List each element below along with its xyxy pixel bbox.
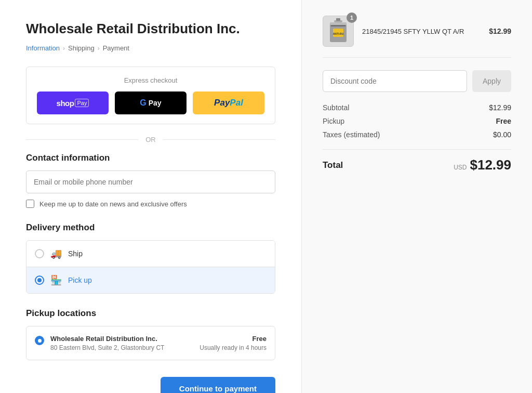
- subtotal-value: $12.99: [489, 103, 511, 112]
- breadcrumb: Information › Shipping › Payment: [26, 44, 275, 52]
- email-input[interactable]: [26, 171, 275, 193]
- product-image-wrap: ANTI-RU 1: [323, 16, 354, 47]
- breadcrumb-payment[interactable]: Payment: [103, 44, 129, 52]
- order-summary-table: Subtotal $12.99 Pickup Free Taxes (estim…: [323, 103, 511, 139]
- delivery-option-pickup[interactable]: 🏪 Pick up: [26, 267, 275, 293]
- taxes-label: Taxes (estimated): [323, 130, 380, 139]
- left-panel: Wholesale Retail Distribution Inc. Infor…: [0, 0, 301, 393]
- contact-section: Contact information Keep me up to date o…: [26, 153, 275, 208]
- gpay-button[interactable]: G Pay: [115, 91, 187, 114]
- delivery-option-ship[interactable]: 🚚 Ship: [26, 241, 275, 267]
- svg-text:ANTI-RU: ANTI-RU: [333, 32, 344, 35]
- shop-pay-label: shop: [57, 99, 74, 108]
- product-quantity-badge: 1: [347, 12, 357, 23]
- apply-discount-button[interactable]: Apply: [472, 70, 511, 92]
- continue-to-payment-button[interactable]: Continue to payment: [161, 377, 275, 393]
- continue-btn-wrap: Continue to payment: [26, 377, 275, 393]
- breadcrumb-shipping[interactable]: Shipping: [68, 44, 95, 52]
- store-title: Wholesale Retail Distribution Inc.: [26, 21, 275, 37]
- discount-row: Apply: [323, 70, 511, 92]
- location-card[interactable]: Wholesale Retail Distribution Inc. 80 Ea…: [26, 326, 275, 360]
- ship-label: Ship: [68, 250, 83, 258]
- location-radio-selected: [35, 336, 44, 345]
- delivery-section-title: Delivery method: [26, 222, 275, 233]
- total-row: Total USD $12.99: [323, 149, 511, 173]
- ship-icon: 🚚: [50, 248, 62, 259]
- subtotal-row: Subtotal $12.99: [323, 103, 511, 112]
- product-name: 21845/21945 SFTY YLLW QT A/R: [362, 28, 481, 35]
- pickup-locations-title: Pickup locations: [26, 308, 275, 319]
- pickup-locations-section: Pickup locations Wholesale Retail Distri…: [26, 308, 275, 360]
- pickup-label: Pick up: [68, 276, 92, 284]
- product-row: ANTI-RU 1 21845/21945 SFTY YLLW QT A/R $…: [323, 16, 511, 58]
- pickup-radio: [35, 276, 44, 285]
- location-info: Wholesale Retail Distribution Inc. 80 Ea…: [50, 335, 164, 351]
- pickup-summary-label: Pickup: [323, 117, 344, 125]
- delivery-method-section: Delivery method 🚚 Ship 🏪 Pick up: [26, 222, 275, 294]
- location-eta: Usually ready in 4 hours: [200, 344, 267, 351]
- taxes-value: $0.00: [493, 130, 511, 139]
- newsletter-label: Keep me up to date on news and exclusive…: [39, 200, 187, 208]
- total-value-wrap: USD $12.99: [454, 157, 511, 173]
- express-checkout-section: Express checkout shop Pay G Pay PayPal: [26, 67, 275, 124]
- total-currency: USD: [454, 164, 467, 171]
- pickup-summary-value: Free: [496, 117, 511, 125]
- product-price: $12.99: [489, 27, 511, 35]
- express-checkout-title: Express checkout: [37, 76, 264, 84]
- location-name: Wholesale Retail Distribution Inc.: [50, 335, 164, 343]
- paypal-label: PayPal: [214, 98, 243, 108]
- or-divider: OR: [26, 136, 275, 143]
- contact-section-title: Contact information: [26, 153, 275, 163]
- discount-code-input[interactable]: [323, 70, 467, 92]
- product-can-icon: ANTI-RU: [326, 17, 351, 45]
- shop-pay-button[interactable]: shop Pay: [37, 91, 109, 114]
- total-amount: $12.99: [470, 157, 511, 173]
- location-left: Wholesale Retail Distribution Inc. 80 Ea…: [35, 335, 164, 351]
- breadcrumb-information[interactable]: Information: [26, 44, 60, 52]
- delivery-options: 🚚 Ship 🏪 Pick up: [26, 240, 275, 294]
- ship-radio: [35, 249, 44, 258]
- svg-rect-2: [330, 22, 347, 25]
- taxes-row: Taxes (estimated) $0.00: [323, 130, 511, 139]
- breadcrumb-sep-1: ›: [63, 45, 65, 52]
- shop-pay-badge: Pay: [75, 99, 89, 107]
- gpay-icon: G Pay: [140, 98, 161, 108]
- location-price: Free: [200, 335, 267, 343]
- newsletter-checkbox[interactable]: [26, 200, 34, 208]
- pickup-icon: 🏪: [50, 274, 62, 286]
- location-address: 80 Eastern Blvd, Suite 2, Glastonbury CT: [50, 344, 164, 351]
- total-label: Total: [323, 160, 343, 171]
- express-buttons: shop Pay G Pay PayPal: [37, 91, 264, 114]
- subtotal-label: Subtotal: [323, 103, 349, 112]
- breadcrumb-sep-2: ›: [98, 45, 100, 52]
- right-panel: ANTI-RU 1 21845/21945 SFTY YLLW QT A/R $…: [301, 0, 532, 393]
- pickup-row: Pickup Free: [323, 117, 511, 125]
- newsletter-row: Keep me up to date on news and exclusive…: [26, 200, 275, 208]
- location-right: Free Usually ready in 4 hours: [200, 335, 267, 351]
- svg-rect-6: [336, 18, 340, 21]
- paypal-button[interactable]: PayPal: [193, 91, 264, 114]
